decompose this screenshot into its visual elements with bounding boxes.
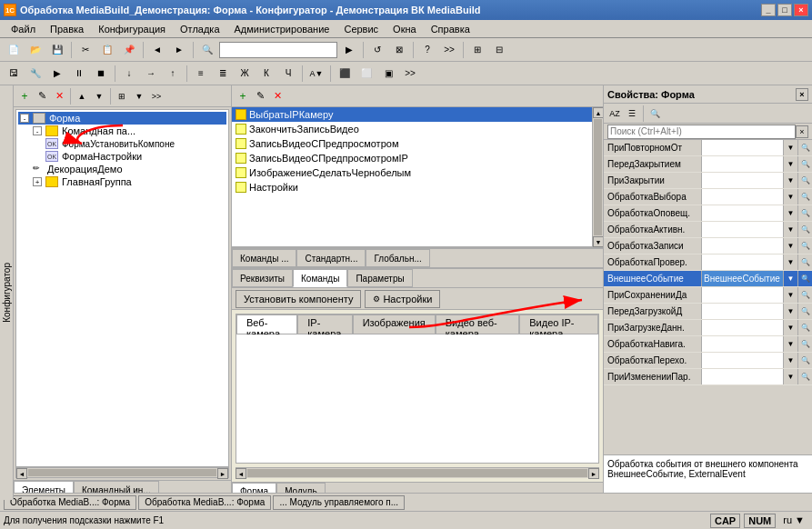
scroll-thumb-h[interactable] xyxy=(28,469,216,476)
prop-btn-search-9[interactable]: 🔍 xyxy=(797,287,812,303)
prop-btn-search-5[interactable]: 🔍 xyxy=(797,222,812,237)
lt-add[interactable]: + xyxy=(16,88,33,105)
tab-cmd-commands[interactable]: Команды ... xyxy=(232,249,296,267)
prop-btn-7[interactable]: ▼ xyxy=(783,255,797,270)
tree-item-formaustanov[interactable]: OK ФормаУстановитьКомпоне xyxy=(44,137,226,150)
cmd-stopvideo[interactable]: ЗакончитьЗаписьВидео xyxy=(232,122,592,136)
prop-btn-14[interactable]: ▼ xyxy=(783,369,797,384)
prop-row-8[interactable]: ВнешнееСобытие ВнешнееСобытие ▼ 🔍 xyxy=(604,271,812,287)
form-scroll-right[interactable]: ► xyxy=(588,468,599,479)
tb-help[interactable]: ? xyxy=(417,40,437,60)
form-tab-webcam[interactable]: Веб-камера xyxy=(236,314,297,334)
tab-commands2[interactable]: Команды xyxy=(293,269,347,287)
prop-btn-8[interactable]: ▼ xyxy=(783,271,797,286)
cmd-imgbw[interactable]: ИзображениеСделатьЧернобелым xyxy=(232,165,592,180)
tb-save[interactable]: 💾 xyxy=(47,40,67,60)
pt-sort-cat[interactable]: ☰ xyxy=(624,105,640,122)
tb-search-icon[interactable]: 🔍 xyxy=(197,40,217,60)
scroll-right[interactable]: ► xyxy=(217,468,228,479)
prop-btn-search-14[interactable]: 🔍 xyxy=(797,369,812,384)
tb2-color[interactable]: A▼ xyxy=(306,64,326,84)
expand-maingroup[interactable]: + xyxy=(33,177,42,186)
lt-more[interactable]: >> xyxy=(148,88,165,105)
cmd-recordvideoip[interactable]: ЗаписьВидеоСПредпросмотромIP xyxy=(232,151,592,165)
tb-extra1[interactable]: ⊞ xyxy=(467,40,487,60)
tb2-btn5[interactable]: ⏹ xyxy=(91,64,111,84)
scroll-thumb-v[interactable] xyxy=(594,119,602,235)
prop-btn-13[interactable]: ▼ xyxy=(783,353,797,368)
tb-cut[interactable]: ✂ xyxy=(75,40,95,60)
expand-cmdpanel[interactable]: - xyxy=(33,126,42,135)
tree-item-cmdpanel[interactable]: - Командная па... xyxy=(31,125,226,137)
tree-item-dekordemo[interactable]: ✏ ДекорацияДемо xyxy=(31,163,226,175)
prop-btn-search-3[interactable]: 🔍 xyxy=(797,189,812,205)
tab-requisites[interactable]: Реквизиты xyxy=(232,269,293,287)
tree-item-formanast[interactable]: OK ФормаНастройки xyxy=(44,150,226,163)
mid-delete[interactable]: ✕ xyxy=(269,88,286,105)
tb-paste[interactable]: 📌 xyxy=(119,40,139,60)
lt-edit[interactable]: ✎ xyxy=(34,88,50,105)
status-task-2[interactable]: ... Модуль управляемого п... xyxy=(273,495,405,510)
tb2-fmt1[interactable]: ≡ xyxy=(191,64,211,84)
pt-sort-az[interactable]: AZ xyxy=(606,105,623,122)
tb2-step[interactable]: ↓ xyxy=(119,64,139,84)
tab-cmd-global[interactable]: Глобальн... xyxy=(366,249,429,267)
prop-btn-9[interactable]: ▼ xyxy=(783,287,797,303)
minimize-button[interactable]: _ xyxy=(761,4,776,16)
tree-item-maingroup[interactable]: + ГлавнаяГруппа xyxy=(31,175,226,188)
prop-btn-1[interactable]: ▼ xyxy=(783,156,797,172)
lt-delete[interactable]: ✕ xyxy=(51,88,67,105)
maximize-button[interactable]: □ xyxy=(777,4,792,16)
form-tab-ipcam[interactable]: IP-камера xyxy=(297,314,352,334)
tb-search-input[interactable] xyxy=(219,42,337,58)
expand-forma[interactable]: - xyxy=(20,114,29,123)
prop-btn-search-8[interactable]: 🔍 xyxy=(797,271,812,286)
form-scroll-thumb[interactable] xyxy=(247,469,587,477)
mid-edit[interactable]: ✎ xyxy=(252,88,268,105)
cmd-recordvideo[interactable]: ЗаписьВидеоСПредпросмотром xyxy=(232,136,592,151)
form-tab-images[interactable]: Изображения xyxy=(353,314,436,334)
menu-help[interactable]: Справка xyxy=(424,22,477,36)
tb2-btn2[interactable]: 🔧 xyxy=(25,64,45,84)
tab-cmd-standard[interactable]: Стандартн... xyxy=(296,249,366,267)
menu-edit[interactable]: Правка xyxy=(43,22,91,36)
menu-config[interactable]: Конфигурация xyxy=(91,22,173,36)
tb-extra2[interactable]: ⊟ xyxy=(489,40,509,60)
prop-btn-12[interactable]: ▼ xyxy=(783,336,797,352)
tb-open[interactable]: 📂 xyxy=(25,40,45,60)
status-lang-indicator[interactable]: ru ▼ xyxy=(779,514,808,528)
prop-value-8[interactable]: ВнешнееСобытие xyxy=(701,271,783,286)
form-scroll-left[interactable]: ◄ xyxy=(236,468,246,479)
scroll-up[interactable]: ▲ xyxy=(593,107,603,118)
form-tab-videoip[interactable]: Видео IP-камера xyxy=(519,314,598,334)
cmd-selectip[interactable]: ВыбратьIPКамеру xyxy=(232,107,592,122)
tb-stop[interactable]: ⊠ xyxy=(389,40,409,60)
tb-go[interactable]: ▶ xyxy=(339,40,359,60)
tb2-fmt4[interactable]: К xyxy=(256,64,276,84)
menu-service[interactable]: Сервис xyxy=(336,22,386,36)
props-search-input[interactable] xyxy=(607,125,796,139)
prop-btn-search-2[interactable]: 🔍 xyxy=(797,173,812,188)
tb2-btn4[interactable]: ⏸ xyxy=(69,64,89,84)
prop-btn-search-10[interactable]: 🔍 xyxy=(797,304,812,319)
prop-btn-search-6[interactable]: 🔍 xyxy=(797,238,812,254)
tb-back[interactable]: ◄ xyxy=(147,40,167,60)
tb-copy[interactable]: 📋 xyxy=(97,40,117,60)
prop-btn-3[interactable]: ▼ xyxy=(783,189,797,205)
menu-file[interactable]: Файл xyxy=(4,22,43,36)
btn-settings[interactable]: ⚙ Настройки xyxy=(365,290,440,308)
tab-params[interactable]: Параметры xyxy=(347,269,412,287)
tb-new[interactable]: 📄 xyxy=(4,40,24,60)
menu-admin[interactable]: Администрирование xyxy=(227,22,337,36)
prop-btn-search-12[interactable]: 🔍 xyxy=(797,336,812,352)
tb2-fmt5[interactable]: Ч xyxy=(278,64,298,84)
mid-add[interactable]: + xyxy=(235,88,251,105)
tb2-align2[interactable]: ⬜ xyxy=(356,64,376,84)
lt-menu[interactable]: ▼ xyxy=(131,88,147,105)
props-close-button[interactable]: × xyxy=(796,88,808,101)
tb2-stepout[interactable]: ↑ xyxy=(163,64,183,84)
tb2-align3[interactable]: ▣ xyxy=(378,64,398,84)
tb2-stepover[interactable]: → xyxy=(141,64,161,84)
prop-btn-search-7[interactable]: 🔍 xyxy=(797,255,812,270)
menu-windows[interactable]: Окна xyxy=(386,22,424,36)
